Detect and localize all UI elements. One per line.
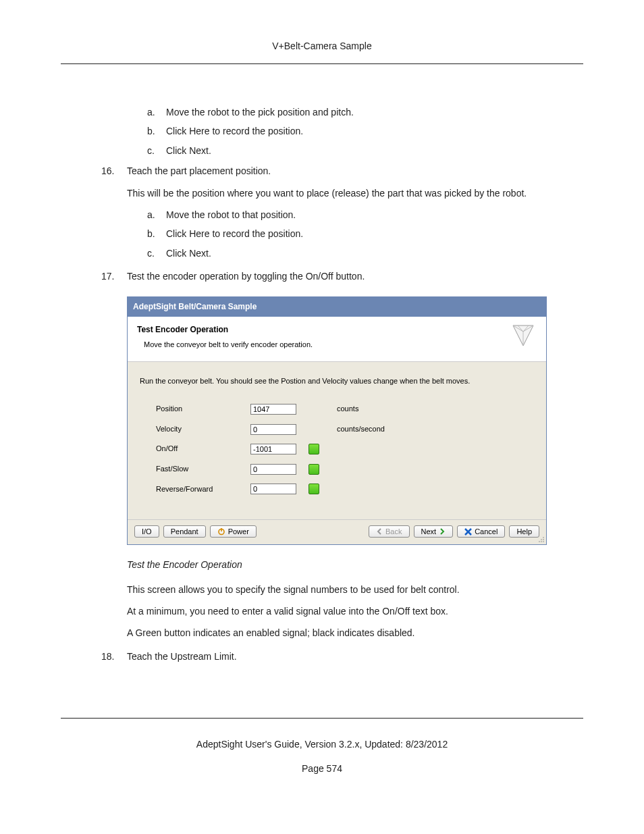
step-18: 18. Teach the Upstream Limit. (101, 649, 543, 664)
svg-point-12 (541, 541, 542, 542)
velocity-label: Velocity (156, 423, 250, 436)
step-number: 17. (101, 269, 114, 284)
back-button[interactable]: Back (369, 525, 409, 538)
cancel-button[interactable]: Cancel (457, 525, 505, 538)
footer-line: AdeptSight User's Guide, Version 3.2.x, … (61, 739, 583, 750)
encoder-dialog: AdeptSight Belt/Camera Sample Test Encod… (127, 296, 547, 546)
step-16a: a.Move the robot to that position. (147, 207, 543, 222)
header-title: V+Belt-Camera Sample (272, 41, 371, 51)
velocity-unit: counts/second (337, 423, 385, 436)
step-17-p3: A Green button indicates an enabled sign… (127, 625, 543, 640)
step-17-p1: This screen allows you to specify the si… (127, 582, 543, 597)
step-15-sublist: a.Move the robot to the pick position an… (147, 105, 543, 158)
main-steps: 16. Teach the part placement position. T… (101, 163, 543, 664)
step-title: Teach the Upstream Limit. (127, 651, 237, 662)
revfwd-row: Reverse/Forward (140, 484, 534, 496)
step-17: 17. Test the encoder operation by toggli… (101, 269, 543, 641)
position-label: Position (156, 403, 250, 415)
velocity-input[interactable] (250, 424, 296, 435)
step-desc: This will be the position where you want… (127, 186, 543, 201)
fastslow-toggle[interactable] (308, 464, 319, 475)
svg-point-11 (541, 539, 542, 540)
step-15a: a.Move the robot to the pick position an… (147, 105, 543, 120)
diamond-icon (510, 322, 537, 349)
onoff-input[interactable] (250, 444, 296, 454)
step-15b: b.Click Here to record the position. (147, 124, 543, 138)
fastslow-label: Fast/Slow (156, 463, 250, 475)
step-16: 16. Teach the part placement position. T… (101, 163, 543, 261)
page-header: V+Belt-Camera Sample (61, 41, 583, 64)
figure-caption: Test the Encoder Operation (127, 557, 543, 572)
position-unit: counts (337, 403, 358, 415)
chevron-left-icon (376, 528, 383, 535)
power-icon (217, 527, 225, 536)
page-content: a.Move the robot to the pick position an… (61, 105, 583, 664)
onoff-row: On/Off (140, 443, 534, 455)
page-number: Page 574 (61, 763, 583, 774)
page-footer: AdeptSight User's Guide, Version 3.2.x, … (61, 718, 583, 774)
revfwd-label: Reverse/Forward (156, 484, 250, 496)
step-title: Teach the part placement position. (127, 165, 271, 176)
fastslow-row: Fast/Slow (140, 463, 534, 475)
step-number: 16. (101, 163, 114, 178)
step-16b: b.Click Here to record the position. (147, 226, 543, 241)
pendant-button[interactable]: Pendant (163, 525, 206, 538)
resize-grip-icon[interactable] (538, 536, 545, 543)
svg-point-9 (543, 539, 544, 540)
step-15c: c.Click Next. (147, 143, 543, 158)
dialog-head-subtitle: Move the conveyor belt to verify encoder… (137, 339, 537, 351)
position-input[interactable] (250, 404, 296, 415)
chevron-right-icon (439, 528, 446, 535)
step-16-sublist: a.Move the robot to that position. b.Cli… (147, 207, 543, 261)
step-16c: c.Click Next. (147, 246, 543, 261)
help-button[interactable]: Help (509, 525, 539, 538)
power-button[interactable]: Power (210, 525, 257, 538)
position-row: Position counts (140, 403, 534, 415)
dialog-head-title: Test Encoder Operation (137, 323, 537, 336)
onoff-toggle[interactable] (308, 444, 319, 454)
step-title: Test the encoder operation by toggling t… (127, 271, 365, 282)
dialog-body: Run the conveyor belt. You should see th… (128, 362, 546, 520)
close-icon (464, 528, 472, 536)
revfwd-input[interactable] (250, 484, 296, 494)
step-number: 18. (101, 649, 114, 664)
velocity-row: Velocity counts/second (140, 423, 534, 436)
dialog-titlebar: AdeptSight Belt/Camera Sample (128, 297, 546, 317)
svg-point-8 (543, 537, 544, 538)
io-button[interactable]: I/O (134, 525, 159, 538)
dialog-instruction: Run the conveyor belt. You should see th… (140, 375, 534, 388)
step-17-p2: At a minimum, you need to enter a valid … (127, 604, 543, 619)
next-button[interactable]: Next (414, 525, 454, 538)
footer-right: Back Next Cancel (369, 525, 539, 538)
fastslow-input[interactable] (250, 464, 296, 475)
dialog-footer: I/O Pendant Power Back (128, 519, 546, 544)
revfwd-toggle[interactable] (308, 484, 319, 494)
onoff-label: On/Off (156, 443, 250, 455)
dialog-header: Test Encoder Operation Move the conveyor… (128, 317, 546, 362)
svg-point-10 (543, 541, 544, 542)
svg-point-13 (539, 541, 540, 542)
